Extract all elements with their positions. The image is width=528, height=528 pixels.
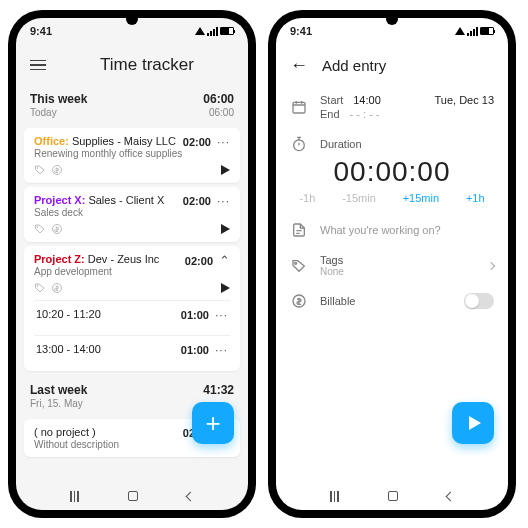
svg-point-4 <box>37 286 38 287</box>
play-icon[interactable] <box>221 283 230 293</box>
tags-row[interactable]: Tags None <box>276 246 508 285</box>
add-entry-fab[interactable]: + <box>192 402 234 444</box>
svg-point-7 <box>294 140 305 151</box>
entry-desc: App development <box>34 266 159 277</box>
page-title: Time tracker <box>60 55 234 75</box>
back-icon[interactable]: ← <box>290 56 308 74</box>
end-label: End <box>320 108 340 120</box>
project-name: Office: <box>34 135 69 147</box>
section-last-week: Last week <box>30 383 87 397</box>
entry-duration: 02:00 <box>183 195 211 207</box>
svg-point-8 <box>295 262 297 264</box>
stopwatch-icon <box>291 136 307 152</box>
start-value: 14:00 <box>353 94 381 106</box>
start-end-row[interactable]: Start 14:00 Tue, Dec 13 End - - : - - <box>276 86 508 128</box>
sub-range: 13:00 - 14:00 <box>36 343 101 357</box>
task-name: Sales - Client X <box>85 194 164 206</box>
tag-icon <box>291 258 307 274</box>
svg-rect-6 <box>293 102 305 113</box>
recent-apps-button[interactable] <box>70 491 79 502</box>
sub-range: 10:20 - 11:20 <box>36 308 101 322</box>
app-bar: ← Add entry <box>276 44 508 86</box>
today-label: Today <box>30 107 57 118</box>
billable-toggle[interactable] <box>464 293 494 309</box>
sub-dur: 01:00 <box>181 309 209 321</box>
signal-icon <box>207 27 218 36</box>
billable-label: Billable <box>320 295 355 307</box>
entry-desc: Without description <box>34 439 119 450</box>
app-bar: Time tracker <box>16 44 248 86</box>
description-row[interactable]: What you're working on? <box>276 214 508 246</box>
time-entry[interactable]: Project X: Sales - Client X Sales deck 0… <box>24 187 240 242</box>
battery-icon <box>480 27 494 35</box>
duration-value[interactable]: 00:00:00 <box>276 152 508 190</box>
menu-icon[interactable] <box>30 60 46 71</box>
sub-dur: 01:00 <box>181 344 209 356</box>
tags-label: Tags <box>320 254 476 266</box>
time-entry[interactable]: Office: Supplies - Maisy LLC Renewing mo… <box>24 128 240 183</box>
svg-point-2 <box>37 227 38 228</box>
no-project-label: ( no project ) <box>34 426 119 438</box>
entry-duration: 02:00 <box>185 255 213 267</box>
billable-row[interactable]: Billable <box>276 285 508 317</box>
play-icon[interactable] <box>221 224 230 234</box>
task-name: Supplies - Maisy LLC <box>69 135 176 147</box>
this-week-total: 06:00 <box>203 92 234 106</box>
recent-apps-button[interactable] <box>330 491 339 502</box>
entry-desc: Renewing monthly office supplies <box>34 148 182 159</box>
start-timer-fab[interactable] <box>452 402 494 444</box>
adj-plus-1h[interactable]: +1h <box>466 192 485 204</box>
tag-icon <box>34 223 46 235</box>
system-nav <box>276 482 508 510</box>
start-date: Tue, Dec 13 <box>434 94 494 106</box>
end-value: - - : - - <box>350 108 380 120</box>
page-title: Add entry <box>322 57 386 74</box>
more-icon[interactable]: ··· <box>215 308 228 322</box>
home-button[interactable] <box>388 491 398 501</box>
billable-icon <box>51 282 63 294</box>
billable-icon <box>51 164 63 176</box>
project-name: Project Z: <box>34 253 85 265</box>
more-icon[interactable]: ··· <box>217 135 230 149</box>
sub-entry[interactable]: 13:00 - 14:00 01:00··· <box>34 335 230 364</box>
svg-point-0 <box>37 168 38 169</box>
note-icon <box>291 222 307 238</box>
system-nav <box>16 482 248 510</box>
calendar-icon <box>291 99 307 115</box>
home-button[interactable] <box>128 491 138 501</box>
wifi-icon <box>195 27 205 35</box>
start-label: Start <box>320 94 343 106</box>
signal-icon <box>467 27 478 36</box>
duration-label: Duration <box>320 138 362 150</box>
time-entry-expanded[interactable]: Project Z: Dev - Zeus Inc App developmen… <box>24 246 240 371</box>
clock: 9:41 <box>30 25 52 37</box>
day-label: Fri, 15. May <box>30 398 83 409</box>
adj-minus-15m[interactable]: -15min <box>342 192 376 204</box>
clock: 9:41 <box>290 25 312 37</box>
billable-icon <box>291 293 307 309</box>
chevron-right-icon <box>487 261 495 269</box>
today-total: 06:00 <box>209 107 234 118</box>
adj-plus-15m[interactable]: +15min <box>403 192 439 204</box>
play-icon <box>469 416 481 430</box>
adj-minus-1h[interactable]: -1h <box>299 192 315 204</box>
duration-row: Duration <box>276 128 508 152</box>
tag-icon <box>34 282 46 294</box>
description-placeholder: What you're working on? <box>320 224 441 236</box>
sub-entry[interactable]: 10:20 - 11:20 01:00··· <box>34 300 230 329</box>
entry-duration: 02:00 <box>183 136 211 148</box>
task-name: Dev - Zeus Inc <box>85 253 160 265</box>
chevron-up-icon[interactable]: ⌃ <box>219 253 230 268</box>
more-icon[interactable]: ··· <box>217 194 230 208</box>
back-button[interactable] <box>185 491 195 501</box>
back-button[interactable] <box>445 491 455 501</box>
tags-value: None <box>320 266 476 277</box>
wifi-icon <box>455 27 465 35</box>
billable-icon <box>51 223 63 235</box>
play-icon[interactable] <box>221 165 230 175</box>
entry-desc: Sales deck <box>34 207 164 218</box>
more-icon[interactable]: ··· <box>215 343 228 357</box>
section-this-week: This week <box>30 92 87 106</box>
project-name: Project X: <box>34 194 85 206</box>
last-week-total: 41:32 <box>203 383 234 397</box>
